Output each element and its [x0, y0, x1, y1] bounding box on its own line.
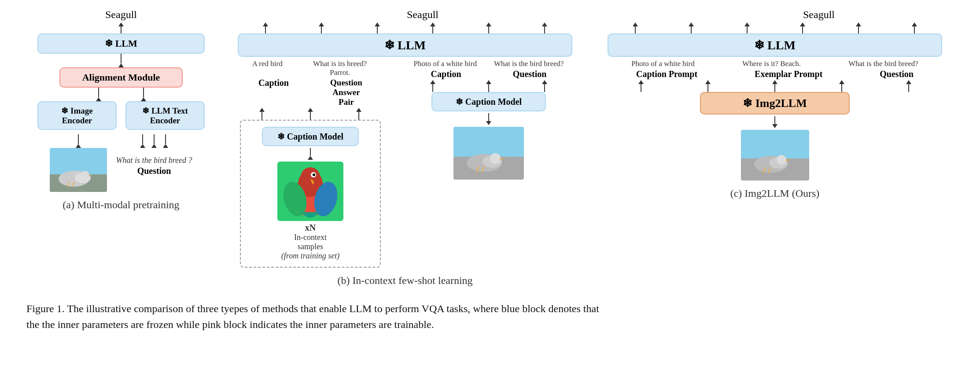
panel-c-seagull-label: Seagull: [803, 9, 835, 21]
alignment-label: Alignment Module: [82, 72, 160, 83]
svg-point-20: [490, 153, 501, 164]
arr-r2: [486, 80, 491, 92]
bottom-row-a: What is the bird breed ? Question: [50, 134, 192, 192]
svg-point-13: [313, 173, 315, 176]
llm-box-c: ❄ LLM: [608, 33, 942, 57]
arr-qa2: [356, 108, 361, 120]
llm-label-b: ❄ LLM: [384, 38, 426, 52]
image-encoder-box: ❄ Image Encoder: [37, 101, 117, 130]
question-text-a: What is the bird breed ?: [116, 156, 192, 165]
svg-point-28: [777, 155, 786, 165]
panel-b-right: Photo of a white bird What is the bird b…: [405, 59, 572, 180]
arr-r3: [542, 80, 547, 92]
arr-r1: [430, 80, 435, 92]
question-col-a: What is the bird breed ? Question: [116, 134, 192, 176]
arr-bird-a: [76, 134, 81, 148]
caption-prompt-text: Photo of a white bird: [631, 59, 695, 68]
qa-text: What is its breed? Parrot.: [311, 59, 368, 77]
seagull-image-a: [50, 148, 107, 192]
llm-box-b: ❄ LLM: [238, 33, 572, 57]
panel-a: Seagull ❄ LLM Alignment Module: [26, 9, 216, 211]
arr-b1: [263, 22, 268, 33]
incontext-label: In-context: [294, 233, 327, 242]
svg-rect-16: [453, 127, 524, 157]
samples-label: samples: [298, 242, 323, 251]
arrow-to-llm-a: [118, 22, 124, 33]
svg-point-4: [81, 171, 89, 180]
caption-line2: the the inner parameters are frozen whil…: [26, 319, 434, 330]
arr-cm4: [839, 80, 844, 92]
question-label-a: Question: [137, 166, 171, 176]
exemplar-prompt-text: Where is it? Beach.: [742, 59, 801, 68]
caption-prompt-label: Caption Prompt: [636, 69, 697, 79]
question-block-a: What is the bird breed ? Question: [116, 156, 192, 176]
xn-label: xN: [305, 223, 316, 232]
img2llm-box: ❄ Img2LLM: [700, 92, 850, 114]
caption-model-label-b: ❄ Caption Model: [277, 131, 343, 142]
panel-b-content: A red bird What is its breed? Parrot. Ca…: [238, 59, 572, 268]
multi-arrows-a: [140, 134, 168, 148]
arr-c2: [689, 22, 694, 33]
text-encoder-label: ❄ LLM Text Encoder: [134, 106, 196, 125]
arr-to-parrot: [308, 148, 313, 160]
arrows-mid-c: [608, 80, 942, 92]
question-label-c: Question: [880, 69, 914, 79]
encoders-row: ❄ Image Encoder ❄ LLM Text Encoder: [37, 101, 205, 130]
arr-c3: [744, 22, 750, 33]
caption-model-box-b-right: ❄ Caption Model: [431, 92, 546, 111]
seagull-image-c: [741, 130, 809, 180]
seagull-image-b: [453, 127, 524, 180]
panel-c-caption: (c) Img2LLM (Ours): [730, 188, 820, 199]
labels-row-c: Photo of a white bird Where is it? Beach…: [608, 59, 942, 68]
panel-a-caption: (a) Multi-modal pretraining: [63, 199, 179, 211]
question-text-2: What is the bird breed?: [494, 59, 564, 68]
arr-txt-enc: [141, 88, 146, 101]
arr-cm5: [906, 80, 911, 92]
panel-b-left: A red bird What is its breed? Parrot. Ca…: [238, 59, 383, 268]
diagrams-row: Seagull ❄ LLM Alignment Module: [18, 9, 962, 287]
arr-qa1: [308, 108, 313, 120]
main-figure: Seagull ❄ LLM Alignment Module: [18, 9, 962, 332]
qa-label: QuestionAnswerPair: [330, 78, 362, 107]
caption-line1: Figure 1. The illustrative comparison of…: [26, 303, 599, 314]
panel-b-seagull-label: Seagull: [407, 9, 438, 21]
figure-caption: Figure 1. The illustrative comparison of…: [18, 301, 608, 332]
alignment-box: Alignment Module: [59, 67, 183, 88]
caption-text-2: Photo of a white bird: [413, 59, 477, 68]
question-label-2: Question: [513, 69, 547, 79]
llm-label-a: ❄ LLM: [105, 38, 137, 49]
svg-rect-24: [741, 130, 809, 158]
caption-label-2: Caption: [431, 69, 461, 79]
arr-q2: [151, 134, 157, 148]
caption-label-1: Caption: [258, 78, 289, 107]
xn-block: xN In-context samples (from training set…: [281, 223, 339, 261]
arr-c1: [633, 22, 638, 33]
arr-q1: [140, 134, 145, 148]
arr-to-seagull-c: [772, 116, 777, 128]
arr-cap1: [259, 108, 265, 120]
text-encoder-box: ❄ LLM Text Encoder: [125, 101, 205, 130]
arr-b3: [375, 22, 380, 33]
bold-labels-b-left: Caption QuestionAnswerPair: [238, 78, 383, 107]
arr-q3: [163, 134, 168, 148]
arr-to-seagull-b: [486, 113, 491, 125]
svg-point-11: [301, 167, 320, 187]
arrows-to-align: [96, 88, 146, 101]
arr-img-enc: [96, 88, 101, 101]
arr-b5: [486, 22, 491, 33]
arr-c5: [856, 22, 861, 33]
parrot-image: [277, 162, 343, 221]
arrow-llm-to-align: [118, 54, 124, 67]
from-label: (from training set): [281, 251, 339, 260]
llm-box-a: ❄ LLM: [37, 33, 205, 54]
svg-rect-0: [50, 148, 107, 174]
arr-b6: [542, 22, 547, 33]
caption-model-label-b-right: ❄ Caption Model: [456, 96, 522, 107]
arrows-right-b: [405, 80, 572, 92]
arr-b4: [430, 22, 435, 33]
arr-c6: [912, 22, 917, 33]
arrows-to-llm-c: [608, 22, 942, 33]
panel-b: Seagull ❄ LLM A red bird: [225, 9, 586, 287]
labels-row-b-left: A red bird What is its breed? Parrot.: [238, 59, 383, 77]
image-encoder-label: ❄ Image Encoder: [46, 106, 108, 125]
